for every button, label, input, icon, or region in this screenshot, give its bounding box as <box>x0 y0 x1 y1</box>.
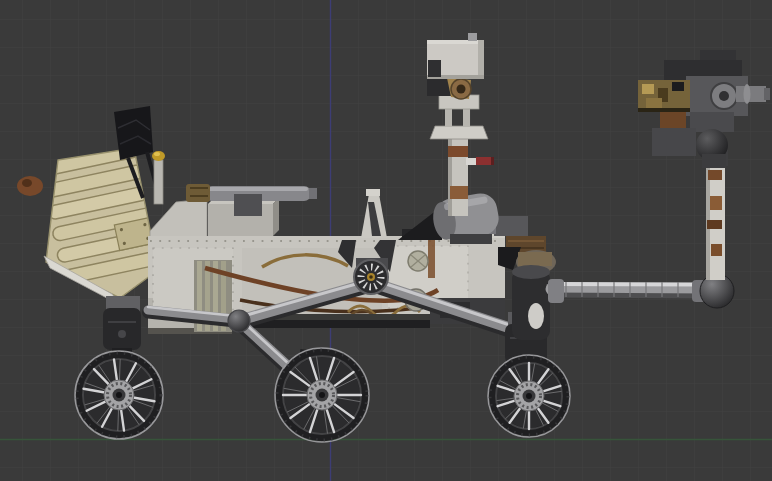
viewport-3d[interactable] <box>0 0 772 481</box>
wheel-front[interactable] <box>488 355 570 437</box>
wheel-rear[interactable] <box>75 351 163 439</box>
antenna-details <box>152 151 165 204</box>
uhf-antenna[interactable] <box>152 151 165 204</box>
wheel-middle[interactable] <box>275 348 369 442</box>
